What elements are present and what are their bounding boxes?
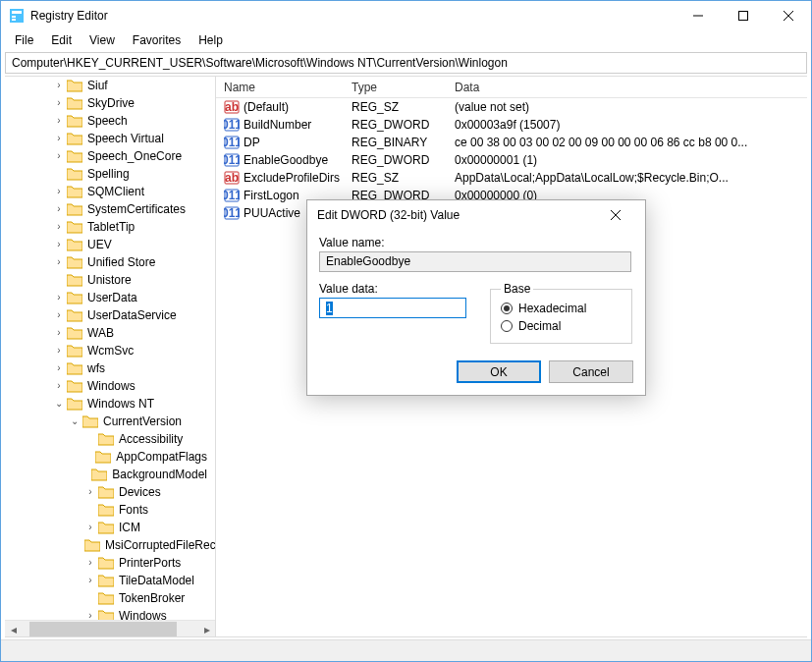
value-data-input[interactable] xyxy=(324,301,461,316)
value-type: REG_BINARY xyxy=(344,136,447,149)
chevron-right-icon[interactable]: › xyxy=(52,79,66,92)
tree-item[interactable]: ›Unified Store xyxy=(5,253,215,271)
value-type: REG_DWORD xyxy=(344,153,447,167)
menu-view[interactable]: View xyxy=(81,31,123,49)
radio-hex-label: Hexadecimal xyxy=(518,302,586,315)
tree-item[interactable]: ›TileDataModel xyxy=(5,572,215,589)
list-row[interactable]: ab(Default)REG_SZ(value not set) xyxy=(216,98,807,116)
chevron-right-icon[interactable]: › xyxy=(52,308,66,322)
tree-item[interactable]: ›UserData xyxy=(5,289,215,306)
chevron-right-icon[interactable]: › xyxy=(52,96,66,110)
menu-favorites[interactable]: Favorites xyxy=(125,31,189,49)
cancel-button[interactable]: Cancel xyxy=(549,360,633,383)
tree-horizontal-scrollbar[interactable]: ◂ ▸ xyxy=(5,620,215,636)
tree-item[interactable]: ›Devices xyxy=(5,483,215,501)
chevron-down-icon[interactable]: ⌄ xyxy=(68,414,81,428)
list-row[interactable]: abExcludeProfileDirsREG_SZAppData\Local;… xyxy=(216,169,807,187)
tree-item[interactable]: ⌄Windows NT xyxy=(5,395,215,413)
address-input[interactable] xyxy=(10,55,802,71)
menu-file[interactable]: File xyxy=(7,31,41,49)
tree-item[interactable]: Spelling xyxy=(5,165,215,183)
tree-item[interactable]: ›Windows xyxy=(5,377,215,395)
tree-item[interactable]: ⌄CurrentVersion xyxy=(5,413,215,430)
column-name[interactable]: Name xyxy=(216,81,344,94)
tree-item[interactable]: ›Speech Virtual xyxy=(5,130,215,147)
dialog-close-button[interactable] xyxy=(596,201,635,229)
list-row[interactable]: 011BuildNumberREG_DWORD0x00003a9f (15007… xyxy=(216,116,807,134)
chevron-right-icon[interactable]: › xyxy=(52,202,66,216)
scroll-left-icon[interactable]: ◂ xyxy=(5,621,22,636)
chevron-right-icon[interactable]: › xyxy=(83,574,97,587)
chevron-right-icon[interactable]: › xyxy=(83,521,97,534)
radio-decimal[interactable]: Decimal xyxy=(501,317,622,335)
folder-icon xyxy=(67,238,82,251)
tree-item-label: CurrentVersion xyxy=(101,414,184,428)
tree-item[interactable]: ›SystemCertificates xyxy=(5,200,215,218)
tree-item-label: WcmSvc xyxy=(85,344,135,358)
tree-item[interactable]: ›UEV xyxy=(5,236,215,253)
chevron-right-icon[interactable]: › xyxy=(52,238,66,251)
chevron-right-icon[interactable]: › xyxy=(52,291,66,304)
chevron-right-icon[interactable]: › xyxy=(52,132,66,145)
registry-tree[interactable]: ›Siuf›SkyDrive›Speech›Speech Virtual›Spe… xyxy=(5,77,215,636)
tree-item[interactable]: TokenBroker xyxy=(5,589,215,607)
tree-item[interactable]: BackgroundModel xyxy=(5,466,215,483)
svg-rect-1 xyxy=(12,11,22,14)
tree-item[interactable]: MsiCorruptedFileRecovery xyxy=(5,536,215,554)
tree-item[interactable]: ›Speech_OneCore xyxy=(5,147,215,165)
tree-item[interactable]: ›PrinterPorts xyxy=(5,554,215,572)
tree-item[interactable]: AppCompatFlags xyxy=(5,448,215,466)
tree-item[interactable]: ›Siuf xyxy=(5,77,215,94)
tree-item[interactable]: ›TabletTip xyxy=(5,218,215,236)
chevron-right-icon[interactable]: › xyxy=(52,344,66,358)
tree-item[interactable]: ›wfs xyxy=(5,359,215,377)
list-row[interactable]: 011DPREG_BINARYce 00 38 00 03 00 02 00 0… xyxy=(216,134,807,151)
tree-item[interactable]: ›WcmSvc xyxy=(5,342,215,359)
folder-icon xyxy=(91,468,107,481)
column-data[interactable]: Data xyxy=(447,81,807,94)
binary-value-icon: 011 xyxy=(224,117,240,133)
ok-button[interactable]: OK xyxy=(457,360,541,383)
chevron-right-icon[interactable]: › xyxy=(52,326,66,340)
tree-item[interactable]: ›SQMClient xyxy=(5,183,215,200)
chevron-down-icon[interactable]: ⌄ xyxy=(52,397,66,411)
list-row[interactable]: 011EnableGoodbyeREG_DWORD0x00000001 (1) xyxy=(216,151,807,169)
scroll-right-icon[interactable]: ▸ xyxy=(198,621,215,636)
tree-item[interactable]: Fonts xyxy=(5,501,215,519)
chevron-right-icon[interactable]: › xyxy=(52,379,66,393)
value-name: EnableGoodbye xyxy=(244,153,328,167)
chevron-right-icon[interactable]: › xyxy=(52,114,66,128)
column-type[interactable]: Type xyxy=(344,81,447,94)
chevron-right-icon[interactable]: › xyxy=(83,556,97,570)
folder-icon xyxy=(67,308,82,322)
tree-item-label: PrinterPorts xyxy=(117,556,183,570)
chevron-right-icon[interactable]: › xyxy=(83,485,97,499)
maximize-button[interactable] xyxy=(721,1,766,30)
tree-item-label: MsiCorruptedFileRecovery xyxy=(103,538,215,552)
tree-item[interactable]: ›ICM xyxy=(5,519,215,536)
statusbar xyxy=(1,639,811,661)
menu-edit[interactable]: Edit xyxy=(43,31,80,49)
radio-hexadecimal[interactable]: Hexadecimal xyxy=(501,300,622,317)
scroll-thumb[interactable] xyxy=(29,622,177,636)
chevron-right-icon[interactable]: › xyxy=(52,220,66,234)
chevron-right-icon[interactable]: › xyxy=(52,255,66,269)
tree-item-label: Windows xyxy=(85,379,137,393)
minimize-button[interactable] xyxy=(676,1,721,30)
chevron-right-icon[interactable]: › xyxy=(52,149,66,163)
tree-item[interactable]: Accessibility xyxy=(5,430,215,448)
tree-item[interactable]: ›UserDataService xyxy=(5,306,215,324)
chevron-right-icon[interactable]: › xyxy=(52,185,66,198)
tree-item[interactable]: ›WAB xyxy=(5,324,215,342)
close-button[interactable] xyxy=(766,1,811,30)
folder-icon xyxy=(67,114,82,128)
value-data-input-wrapper xyxy=(319,298,466,318)
menu-help[interactable]: Help xyxy=(190,31,231,49)
chevron-right-icon[interactable]: › xyxy=(52,361,66,375)
tree-item[interactable]: ›Speech xyxy=(5,112,215,130)
tree-item[interactable]: ›SkyDrive xyxy=(5,94,215,112)
tree-item[interactable]: Unistore xyxy=(5,271,215,289)
address-bar[interactable] xyxy=(5,52,807,74)
tree-item-label: wfs xyxy=(85,361,107,375)
binary-value-icon: 011 xyxy=(224,152,240,168)
